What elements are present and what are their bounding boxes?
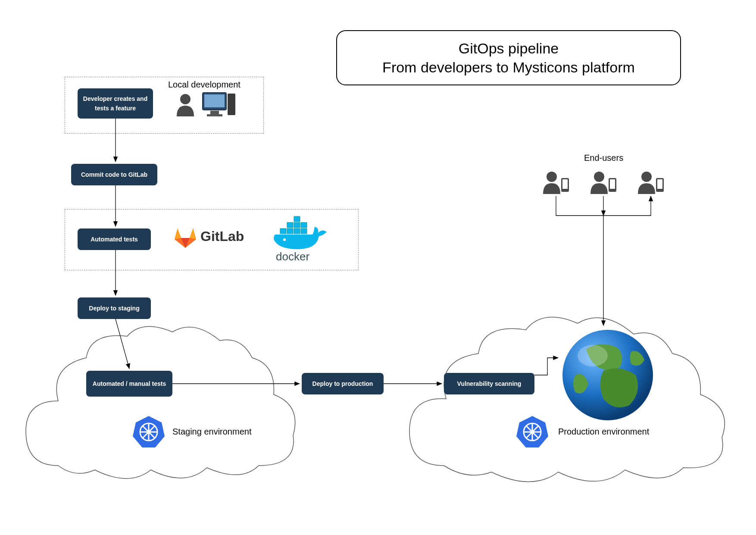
kubernetes-icon-production bbox=[516, 416, 548, 447]
node-vuln-scan: Vulnerability scanning bbox=[444, 373, 534, 394]
svg-point-25 bbox=[524, 423, 541, 441]
svg-marker-15 bbox=[133, 416, 165, 447]
svg-line-44 bbox=[116, 319, 129, 369]
svg-line-19 bbox=[143, 426, 155, 438]
svg-point-22 bbox=[562, 330, 653, 420]
node-manual-tests: Automated / manual tests bbox=[86, 371, 172, 397]
node-commit: Commit code to GitLab bbox=[71, 164, 157, 185]
node-deploy-staging: Deploy to staging bbox=[78, 297, 151, 319]
staging-cloud bbox=[26, 326, 295, 479]
svg-line-28 bbox=[526, 426, 538, 438]
globe-icon bbox=[562, 330, 653, 420]
svg-point-37 bbox=[641, 172, 652, 182]
end-user-3 bbox=[638, 172, 664, 194]
svg-marker-24 bbox=[516, 416, 548, 447]
title-box: GitOps pipeline From developers to Mysti… bbox=[336, 30, 681, 85]
node-dev-feature-text: Developer creates and tests a feature bbox=[82, 94, 149, 113]
staging-env-label: Staging environment bbox=[172, 427, 251, 437]
node-deploy-staging-text: Deploy to staging bbox=[89, 303, 139, 313]
end-user-1 bbox=[543, 172, 569, 194]
svg-rect-35 bbox=[609, 178, 616, 192]
node-dev-feature: Developer creates and tests a feature bbox=[78, 88, 153, 119]
production-env-label: Production environment bbox=[558, 427, 649, 437]
title-line2: From developers to Mysticons platform bbox=[350, 58, 667, 77]
svg-point-31 bbox=[547, 172, 557, 182]
node-manual-tests-text: Automated / manual tests bbox=[93, 379, 166, 388]
docker-label: docker bbox=[276, 250, 309, 263]
production-cloud bbox=[409, 317, 725, 482]
end-user-2 bbox=[590, 172, 616, 194]
svg-line-20 bbox=[143, 426, 155, 438]
end-users-label: End-users bbox=[584, 153, 623, 163]
title-line1: GitOps pipeline bbox=[350, 39, 667, 58]
node-vuln-scan-text: Vulnerability scanning bbox=[457, 379, 522, 388]
svg-rect-38 bbox=[656, 178, 664, 192]
svg-point-16 bbox=[140, 423, 157, 441]
svg-rect-33 bbox=[562, 179, 568, 189]
svg-point-23 bbox=[578, 345, 608, 366]
svg-point-30 bbox=[530, 430, 534, 434]
svg-line-29 bbox=[526, 426, 538, 438]
svg-point-21 bbox=[147, 430, 151, 434]
node-deploy-prod: Deploy to production bbox=[302, 373, 384, 394]
gitlab-label: GitLab bbox=[200, 228, 244, 244]
node-deploy-prod-text: Deploy to production bbox=[312, 379, 373, 388]
node-commit-text: Commit code to GitLab bbox=[81, 170, 147, 179]
local-dev-label: Local development bbox=[168, 80, 241, 90]
kubernetes-icon-staging bbox=[133, 416, 165, 447]
svg-point-34 bbox=[594, 172, 604, 182]
node-auto-tests: Automated tests bbox=[78, 228, 151, 250]
node-auto-tests-text: Automated tests bbox=[91, 235, 138, 244]
svg-rect-39 bbox=[657, 179, 662, 189]
svg-rect-36 bbox=[610, 179, 615, 189]
svg-rect-32 bbox=[561, 178, 569, 192]
